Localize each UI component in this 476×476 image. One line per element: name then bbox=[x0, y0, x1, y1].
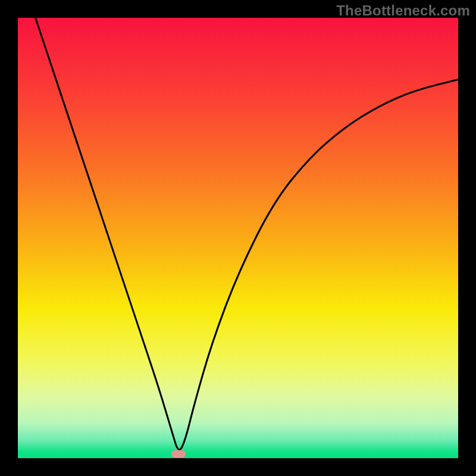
plot-area-border bbox=[18, 18, 458, 458]
watermark-text: TheBottleneck.com bbox=[336, 2, 470, 19]
chart-frame: TheBottleneck.com bbox=[0, 0, 476, 476]
curve-line bbox=[18, 18, 458, 458]
plot-area bbox=[18, 18, 458, 458]
bottleneck-marker bbox=[171, 450, 186, 458]
